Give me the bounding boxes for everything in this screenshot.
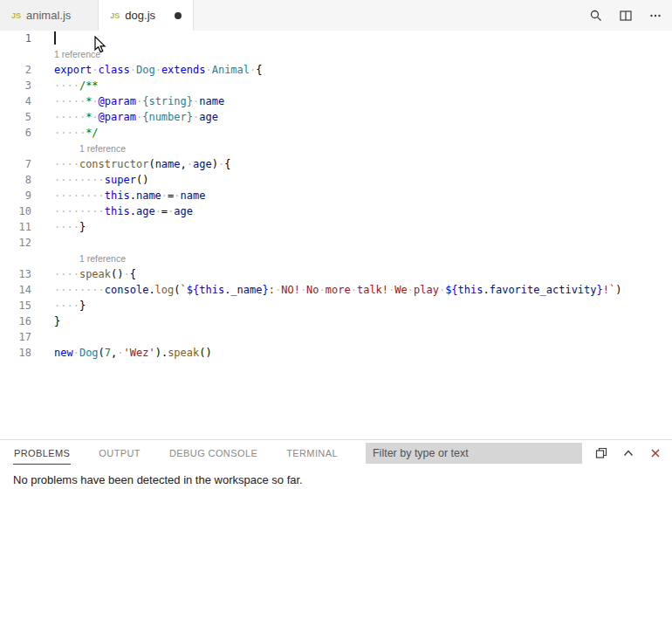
token-ws: ····· [54, 127, 86, 139]
line-number[interactable]: 12 [0, 235, 31, 251]
codelens-row: 1 reference [0, 251, 672, 266]
line-number[interactable]: 4 [0, 93, 31, 109]
line-number[interactable]: 1 [0, 31, 31, 46]
code-line[interactable]: new·Dog(7,·'Wez').speak() [54, 345, 672, 361]
code-line[interactable]: ····speak()·{ [54, 266, 672, 282]
token-kw: export [54, 64, 92, 76]
line-number[interactable]: 11 [0, 219, 31, 235]
token-pun: () [111, 268, 123, 280]
code-line[interactable]: ····} [54, 298, 672, 313]
token-str: NO! [281, 284, 300, 296]
split-editor-icon-glyph [619, 9, 633, 23]
line-number[interactable]: 18 [0, 345, 31, 361]
token-pun: ( [148, 158, 154, 170]
token-ws: · [92, 64, 98, 76]
tab-label: dog.js [125, 9, 155, 22]
token-ws: ········ [54, 174, 105, 186]
js-file-icon: JS [11, 11, 21, 20]
panel-tab-problems[interactable]: PROBLEMS [13, 442, 71, 465]
token-ws: · [130, 64, 136, 76]
token-ws: ········ [54, 205, 105, 217]
token-ws: · [351, 284, 357, 296]
line-number[interactable]: 5 [0, 109, 31, 125]
code-line[interactable]: ········super() [54, 172, 672, 188]
codelens-reference[interactable]: 1 reference [54, 251, 126, 266]
token-tpl: } [597, 284, 603, 296]
code-line[interactable] [54, 329, 672, 345]
line-number[interactable]: 14 [0, 282, 31, 298]
token-kw: this [105, 189, 130, 202]
code-line[interactable]: ·····*·@param·{number}·age [54, 109, 672, 125]
code-row: 2export·class·Dog·extends·Animal·{ [0, 62, 672, 78]
code-line[interactable]: } [54, 313, 672, 329]
token-pun: ) [155, 347, 161, 359]
line-number[interactable]: 15 [0, 298, 31, 313]
token-docvar: age [199, 111, 218, 123]
token-pun: () [136, 174, 148, 186]
bottom-panel: PROBLEMSOUTPUTDEBUG CONSOLETERMINAL [0, 439, 672, 620]
codelens-reference[interactable]: 1 reference [54, 46, 100, 62]
token-ws: · [161, 189, 168, 202]
panel-layout-icon[interactable] [593, 445, 609, 461]
code-row: 8········super() [0, 172, 672, 188]
code-line[interactable]: ········console.log(`${this._name}:·NO!·… [54, 282, 672, 298]
code-line[interactable] [54, 235, 672, 251]
token-pun: . [130, 205, 136, 217]
code-line[interactable]: ········this.age·=·age [54, 203, 672, 219]
line-number[interactable]: 3 [0, 78, 31, 93]
close-panel-icon[interactable] [648, 445, 663, 461]
editor[interactable]: 11 reference2export·class·Dog·extends·An… [0, 31, 672, 439]
maximize-panel-icon[interactable] [621, 445, 636, 461]
line-number[interactable]: 16 [0, 313, 31, 329]
line-number[interactable]: 6 [0, 125, 31, 141]
panel-tab-debug-console[interactable]: DEBUG CONSOLE [168, 442, 258, 465]
token-str: : [269, 284, 275, 296]
line-number[interactable]: 2 [0, 62, 31, 78]
line-number[interactable]: 10 [0, 203, 31, 219]
split-editor-icon[interactable] [618, 8, 634, 24]
code-line[interactable]: ·····*·@param·{string}·name [54, 93, 672, 109]
codelens-row: 1 reference [0, 141, 672, 156]
code-line[interactable] [54, 31, 672, 46]
token-cls: Dog [136, 64, 155, 76]
code-line[interactable]: ········this.name·=·name [54, 188, 672, 203]
code-line[interactable]: export·class·Dog·extends·Animal·{ [54, 62, 672, 78]
token-pun: ) [212, 158, 218, 170]
token-ws: · [92, 95, 98, 107]
codelens-reference[interactable]: 1 reference [54, 141, 126, 156]
code-line[interactable]: ····} [54, 219, 672, 235]
token-ws: · [73, 347, 79, 359]
line-number[interactable]: 17 [0, 329, 31, 345]
search-icon-glyph [589, 9, 603, 23]
code-row: 13····speak()·{ [0, 266, 672, 282]
line-number[interactable]: 8 [0, 172, 31, 188]
token-ws: ···· [54, 268, 79, 280]
code-row: 9········this.name·=·name [0, 188, 672, 203]
tab-dog.js[interactable]: JSdog.js [99, 0, 194, 31]
panel-tab-terminal[interactable]: TERMINAL [285, 442, 339, 465]
code-row: 10········this.age·=·age [0, 203, 672, 219]
more-actions-icon[interactable] [648, 8, 663, 24]
filter-input[interactable] [366, 443, 582, 464]
panel-tab-output[interactable]: OUTPUT [98, 442, 141, 465]
code-line[interactable]: ·····*/ [54, 125, 672, 141]
token-fn: speak [79, 268, 111, 280]
token-str: No [306, 284, 319, 296]
tab-animal.js[interactable]: JSanimal.js [0, 0, 99, 31]
token-ws: · [408, 284, 414, 296]
code-line[interactable]: ····/** [54, 78, 672, 93]
search-icon[interactable] [588, 8, 604, 24]
token-kw: this [105, 205, 130, 217]
token-ws: · [319, 284, 326, 296]
token-kw: class [99, 64, 130, 76]
code-line[interactable]: ····constructor(name,·age)·{ [54, 156, 672, 172]
line-number[interactable]: 9 [0, 188, 31, 203]
line-number[interactable]: 13 [0, 266, 31, 282]
line-number [0, 141, 31, 156]
more-actions-icon-glyph [648, 9, 662, 23]
line-number[interactable]: 7 [0, 156, 31, 172]
token-docvar: name [199, 95, 224, 107]
js-file-icon: JS [110, 11, 120, 20]
panel-layout-icon-glyph [594, 446, 608, 460]
token-str: talk! [357, 284, 388, 296]
